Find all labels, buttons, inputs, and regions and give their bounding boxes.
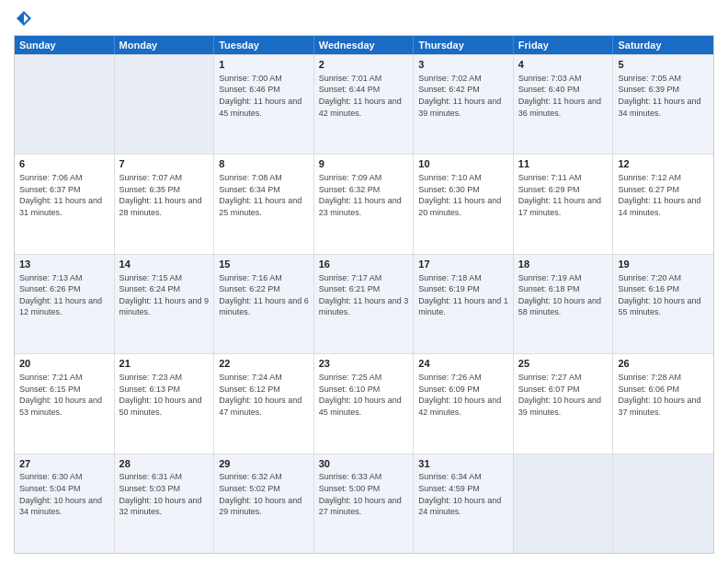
calendar-cell-r1-c2: 8Sunrise: 7:08 AM Sunset: 6:34 PM Daylig…	[214, 155, 314, 253]
page: SundayMondayTuesdayWednesdayThursdayFrid…	[0, 0, 728, 563]
calendar-row-3: 20Sunrise: 7:21 AM Sunset: 6:15 PM Dayli…	[15, 353, 713, 453]
cell-info: Sunrise: 7:10 AM Sunset: 6:30 PM Dayligh…	[418, 172, 508, 218]
calendar-cell-r4-c5	[514, 454, 614, 553]
day-number: 24	[418, 357, 508, 371]
calendar-cell-r1-c1: 7Sunrise: 7:07 AM Sunset: 6:35 PM Daylig…	[115, 155, 215, 253]
day-number: 18	[518, 258, 609, 271]
calendar-cell-r4-c3: 30Sunrise: 6:33 AM Sunset: 5:00 PM Dayli…	[314, 454, 415, 553]
day-number: 23	[319, 357, 409, 371]
calendar-cell-r0-c3: 2Sunrise: 7:01 AM Sunset: 6:44 PM Daylig…	[314, 55, 415, 154]
day-number: 17	[418, 258, 508, 271]
day-number: 30	[319, 457, 409, 471]
cell-info: Sunrise: 7:07 AM Sunset: 6:35 PM Dayligh…	[119, 172, 210, 218]
cell-info: Sunrise: 6:32 AM Sunset: 5:02 PM Dayligh…	[219, 471, 309, 517]
weekday-header-friday: Friday	[514, 36, 614, 54]
cell-info: Sunrise: 7:23 AM Sunset: 6:13 PM Dayligh…	[119, 372, 210, 418]
cell-info: Sunrise: 7:06 AM Sunset: 6:37 PM Dayligh…	[19, 172, 109, 218]
calendar-header: SundayMondayTuesdayWednesdayThursdayFrid…	[15, 36, 713, 54]
calendar-cell-r1-c5: 11Sunrise: 7:11 AM Sunset: 6:29 PM Dayli…	[514, 155, 614, 253]
calendar-cell-r3-c5: 25Sunrise: 7:27 AM Sunset: 6:07 PM Dayli…	[514, 354, 614, 453]
cell-info: Sunrise: 7:00 AM Sunset: 6:46 PM Dayligh…	[219, 73, 309, 119]
calendar-row-0: 1Sunrise: 7:00 AM Sunset: 6:46 PM Daylig…	[15, 54, 713, 154]
logo	[14, 9, 34, 28]
day-number: 13	[19, 258, 109, 271]
calendar-cell-r0-c1	[115, 55, 215, 154]
cell-info: Sunrise: 6:31 AM Sunset: 5:03 PM Dayligh…	[119, 471, 210, 517]
day-number: 8	[219, 157, 309, 171]
day-number: 25	[518, 357, 609, 371]
calendar-cell-r2-c3: 16Sunrise: 7:17 AM Sunset: 6:21 PM Dayli…	[314, 255, 415, 353]
calendar-cell-r4-c6	[613, 454, 713, 553]
calendar-cell-r3-c1: 21Sunrise: 7:23 AM Sunset: 6:13 PM Dayli…	[115, 354, 215, 453]
cell-info: Sunrise: 7:17 AM Sunset: 6:21 PM Dayligh…	[319, 272, 409, 318]
calendar-body: 1Sunrise: 7:00 AM Sunset: 6:46 PM Daylig…	[15, 54, 713, 553]
cell-info: Sunrise: 7:02 AM Sunset: 6:42 PM Dayligh…	[418, 73, 508, 119]
calendar-row-2: 13Sunrise: 7:13 AM Sunset: 6:26 PM Dayli…	[15, 254, 713, 353]
day-number: 27	[19, 457, 109, 471]
weekday-header-sunday: Sunday	[15, 36, 115, 54]
day-number: 2	[319, 58, 409, 72]
day-number: 26	[618, 357, 709, 371]
calendar-cell-r1-c6: 12Sunrise: 7:12 AM Sunset: 6:27 PM Dayli…	[613, 155, 713, 253]
weekday-header-monday: Monday	[115, 36, 215, 54]
calendar: SundayMondayTuesdayWednesdayThursdayFrid…	[14, 35, 714, 554]
cell-info: Sunrise: 7:21 AM Sunset: 6:15 PM Dayligh…	[19, 372, 109, 418]
cell-info: Sunrise: 7:26 AM Sunset: 6:09 PM Dayligh…	[418, 372, 508, 418]
cell-info: Sunrise: 7:05 AM Sunset: 6:39 PM Dayligh…	[618, 73, 709, 119]
day-number: 9	[319, 157, 409, 171]
weekday-header-saturday: Saturday	[613, 36, 713, 54]
calendar-cell-r0-c4: 3Sunrise: 7:02 AM Sunset: 6:42 PM Daylig…	[414, 55, 514, 154]
cell-info: Sunrise: 6:34 AM Sunset: 4:59 PM Dayligh…	[418, 471, 508, 517]
day-number: 4	[518, 58, 609, 72]
day-number: 20	[19, 357, 109, 371]
header	[14, 9, 714, 28]
day-number: 10	[418, 157, 508, 171]
calendar-cell-r0-c5: 4Sunrise: 7:03 AM Sunset: 6:40 PM Daylig…	[514, 55, 614, 154]
calendar-cell-r0-c2: 1Sunrise: 7:00 AM Sunset: 6:46 PM Daylig…	[214, 55, 314, 154]
day-number: 7	[119, 157, 210, 171]
day-number: 3	[418, 58, 508, 72]
calendar-cell-r3-c0: 20Sunrise: 7:21 AM Sunset: 6:15 PM Dayli…	[15, 354, 115, 453]
calendar-cell-r4-c2: 29Sunrise: 6:32 AM Sunset: 5:02 PM Dayli…	[214, 454, 314, 553]
cell-info: Sunrise: 7:08 AM Sunset: 6:34 PM Dayligh…	[219, 172, 309, 218]
calendar-row-1: 6Sunrise: 7:06 AM Sunset: 6:37 PM Daylig…	[15, 154, 713, 253]
cell-info: Sunrise: 6:30 AM Sunset: 5:04 PM Dayligh…	[19, 471, 109, 517]
day-number: 19	[618, 258, 709, 271]
calendar-cell-r3-c2: 22Sunrise: 7:24 AM Sunset: 6:12 PM Dayli…	[214, 354, 314, 453]
day-number: 1	[219, 58, 309, 72]
calendar-cell-r0-c0	[15, 55, 115, 154]
cell-info: Sunrise: 7:20 AM Sunset: 6:16 PM Dayligh…	[618, 272, 709, 318]
day-number: 14	[119, 258, 210, 271]
day-number: 29	[219, 457, 309, 471]
cell-info: Sunrise: 6:33 AM Sunset: 5:00 PM Dayligh…	[319, 471, 409, 517]
day-number: 12	[618, 157, 709, 171]
weekday-header-wednesday: Wednesday	[314, 36, 415, 54]
calendar-cell-r3-c6: 26Sunrise: 7:28 AM Sunset: 6:06 PM Dayli…	[613, 354, 713, 453]
calendar-cell-r1-c0: 6Sunrise: 7:06 AM Sunset: 6:37 PM Daylig…	[15, 155, 115, 253]
cell-info: Sunrise: 7:24 AM Sunset: 6:12 PM Dayligh…	[219, 372, 309, 418]
cell-info: Sunrise: 7:27 AM Sunset: 6:07 PM Dayligh…	[518, 372, 609, 418]
logo-icon	[15, 9, 33, 28]
calendar-cell-r4-c1: 28Sunrise: 6:31 AM Sunset: 5:03 PM Dayli…	[115, 454, 215, 553]
calendar-row-4: 27Sunrise: 6:30 AM Sunset: 5:04 PM Dayli…	[15, 454, 713, 553]
cell-info: Sunrise: 7:12 AM Sunset: 6:27 PM Dayligh…	[618, 172, 709, 218]
day-number: 28	[119, 457, 210, 471]
calendar-cell-r3-c4: 24Sunrise: 7:26 AM Sunset: 6:09 PM Dayli…	[414, 354, 514, 453]
day-number: 16	[319, 258, 409, 271]
cell-info: Sunrise: 7:01 AM Sunset: 6:44 PM Dayligh…	[319, 73, 409, 119]
calendar-cell-r0-c6: 5Sunrise: 7:05 AM Sunset: 6:39 PM Daylig…	[613, 55, 713, 154]
cell-info: Sunrise: 7:13 AM Sunset: 6:26 PM Dayligh…	[19, 272, 109, 318]
day-number: 31	[418, 457, 508, 471]
calendar-cell-r2-c2: 15Sunrise: 7:16 AM Sunset: 6:22 PM Dayli…	[214, 255, 314, 353]
calendar-cell-r1-c3: 9Sunrise: 7:09 AM Sunset: 6:32 PM Daylig…	[314, 155, 415, 253]
calendar-cell-r1-c4: 10Sunrise: 7:10 AM Sunset: 6:30 PM Dayli…	[414, 155, 514, 253]
day-number: 11	[518, 157, 609, 171]
day-number: 5	[618, 58, 709, 72]
cell-info: Sunrise: 7:03 AM Sunset: 6:40 PM Dayligh…	[518, 73, 609, 119]
cell-info: Sunrise: 7:15 AM Sunset: 6:24 PM Dayligh…	[119, 272, 210, 318]
calendar-cell-r2-c0: 13Sunrise: 7:13 AM Sunset: 6:26 PM Dayli…	[15, 255, 115, 353]
calendar-cell-r2-c5: 18Sunrise: 7:19 AM Sunset: 6:18 PM Dayli…	[514, 255, 614, 353]
calendar-cell-r4-c4: 31Sunrise: 6:34 AM Sunset: 4:59 PM Dayli…	[414, 454, 514, 553]
calendar-cell-r3-c3: 23Sunrise: 7:25 AM Sunset: 6:10 PM Dayli…	[314, 354, 415, 453]
calendar-cell-r2-c6: 19Sunrise: 7:20 AM Sunset: 6:16 PM Dayli…	[613, 255, 713, 353]
